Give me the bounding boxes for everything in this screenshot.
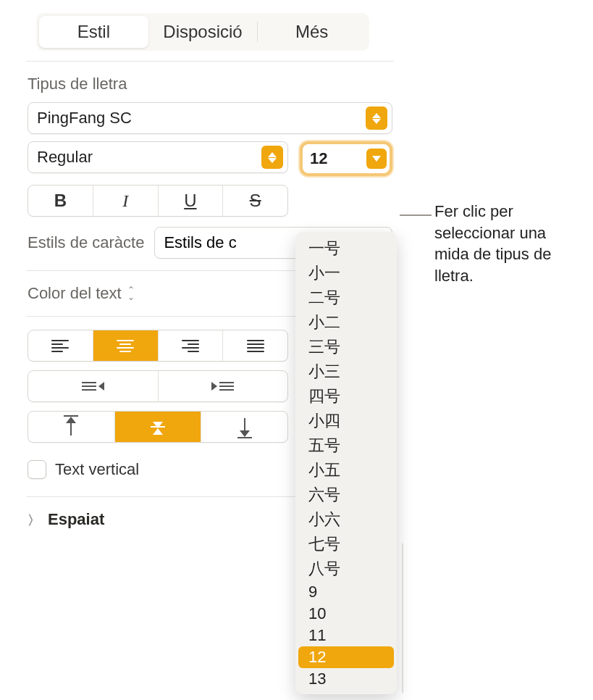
font-size-option[interactable]: 11: [298, 625, 394, 646]
font-weight-select[interactable]: Regular: [28, 141, 288, 173]
text-color-label: Color del text: [28, 284, 122, 303]
vertical-align-group: [28, 411, 288, 443]
callout-text: Fer clic per seleccionar una mida de tip…: [434, 201, 579, 287]
font-size-menu: 一号小一二号小二三号小三四号小四五号小五六号小六七号八号910111213: [295, 232, 397, 694]
vertical-text-label: Text vertical: [55, 460, 139, 479]
font-family-select[interactable]: PingFang SC: [28, 102, 392, 134]
font-size-option[interactable]: 小四: [298, 409, 394, 433]
font-size-option[interactable]: 小一: [298, 261, 394, 286]
font-size-option[interactable]: 一号: [298, 236, 394, 261]
font-size-option[interactable]: 12: [298, 646, 394, 668]
align-justify-button[interactable]: [223, 330, 287, 361]
align-right-icon: [182, 340, 199, 352]
text-style-group: B I U S: [28, 185, 288, 217]
font-size-option[interactable]: 小二: [298, 310, 394, 335]
indent-icon: [211, 382, 234, 391]
outdent-icon: [82, 382, 104, 391]
font-size-option[interactable]: 八号: [298, 557, 394, 581]
callout-leader-line: [400, 214, 432, 216]
chevron-right-icon: 〉: [28, 512, 41, 529]
arrows-collapse-icon: [149, 418, 167, 436]
tab-more[interactable]: Més: [257, 16, 366, 48]
valign-top-button[interactable]: [28, 412, 115, 442]
increase-indent-button[interactable]: [159, 371, 288, 401]
bold-button[interactable]: B: [28, 186, 93, 216]
updown-icon: [261, 146, 283, 169]
font-weight-value: Regular: [37, 148, 261, 167]
font-size-option[interactable]: 四号: [298, 384, 394, 409]
tab-layout[interactable]: Disposició: [148, 16, 258, 48]
indent-group: [28, 370, 288, 402]
spacing-label: Espaiat: [48, 510, 104, 529]
font-size-option[interactable]: 二号: [298, 286, 394, 310]
valign-bottom-button[interactable]: [201, 412, 287, 442]
font-size-option[interactable]: 五号: [298, 433, 394, 458]
vertical-text-checkbox[interactable]: [28, 460, 46, 479]
arrow-up-bar-icon: [62, 418, 80, 436]
font-family-value: PingFang SC: [37, 109, 366, 128]
font-size-combo[interactable]: 12: [300, 141, 392, 176]
font-size-option[interactable]: 小六: [298, 507, 394, 532]
font-size-option[interactable]: 小三: [298, 359, 394, 384]
align-left-icon: [51, 340, 69, 352]
chevron-down-icon: [366, 149, 387, 169]
font-size-option[interactable]: 10: [298, 603, 394, 625]
font-section-label: Tipus de lletra: [28, 75, 405, 93]
character-styles-label: Estils de caràcte: [28, 233, 144, 252]
font-size-option[interactable]: 六号: [298, 483, 394, 507]
arrow-down-bar-icon: [236, 418, 253, 436]
font-size-option[interactable]: 三号: [298, 335, 394, 359]
decrease-indent-button[interactable]: [28, 371, 159, 401]
updown-icon: ⌃⌄: [127, 286, 135, 301]
underline-button[interactable]: U: [159, 186, 224, 216]
divider: [26, 61, 394, 62]
font-size-option[interactable]: 9: [298, 581, 394, 603]
character-styles-value: Estils de c: [164, 233, 236, 252]
tab-style[interactable]: Estil: [39, 16, 148, 48]
valign-middle-button[interactable]: [115, 412, 202, 442]
updown-icon: [366, 107, 387, 130]
font-size-value: 12: [310, 149, 366, 168]
font-size-option[interactable]: 13: [298, 668, 394, 690]
italic-button[interactable]: I: [93, 186, 159, 216]
horizontal-align-group: [28, 330, 288, 362]
strikethrough-button[interactable]: S: [223, 186, 287, 216]
align-justify-icon: [247, 340, 264, 352]
font-size-option[interactable]: 七号: [298, 532, 394, 557]
align-right-button[interactable]: [159, 330, 224, 361]
align-left-button[interactable]: [28, 330, 93, 361]
inspector-tabs: Estil Disposició Més: [36, 13, 369, 51]
align-center-icon: [117, 340, 134, 352]
font-size-option[interactable]: 小五: [298, 458, 394, 483]
align-center-button[interactable]: [93, 330, 159, 361]
